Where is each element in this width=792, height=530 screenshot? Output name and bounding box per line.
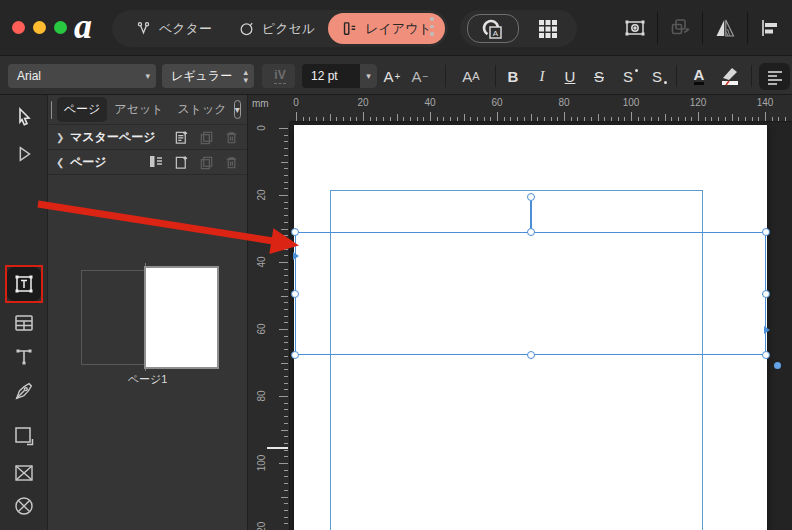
ruler-tick bbox=[284, 403, 288, 404]
resize-handle-bottom-center[interactable] bbox=[527, 351, 535, 359]
artistic-text-tool[interactable] bbox=[7, 340, 41, 374]
selection-tool[interactable] bbox=[7, 137, 41, 171]
text-flow-in-handle[interactable] bbox=[293, 252, 299, 260]
underline-button[interactable]: U bbox=[557, 64, 583, 88]
tab-stock[interactable]: ストック bbox=[170, 97, 233, 122]
delete-page-button[interactable] bbox=[223, 154, 239, 170]
text-flow-out-handle[interactable] bbox=[764, 326, 770, 334]
ruler-tick bbox=[658, 117, 659, 121]
rectangle-tool[interactable] bbox=[7, 419, 41, 453]
superscript-button[interactable]: S bbox=[615, 64, 641, 88]
add-page-button[interactable] bbox=[173, 154, 189, 170]
ruler-unit-corner[interactable]: mm bbox=[248, 95, 290, 122]
ruler-tick bbox=[350, 117, 351, 121]
ruler-label: 120 bbox=[690, 97, 707, 108]
bold-button[interactable]: B bbox=[500, 64, 526, 88]
panel-menu-button[interactable]: ▾ bbox=[234, 100, 241, 119]
italic-label: I bbox=[540, 68, 545, 85]
duplicate-master-button[interactable] bbox=[198, 129, 214, 145]
ruler-tick bbox=[745, 117, 746, 121]
contour-text-toggle[interactable]: A bbox=[467, 14, 519, 43]
ruler-tick bbox=[281, 363, 288, 364]
delete-master-button[interactable] bbox=[223, 129, 239, 145]
font-color-button[interactable]: A bbox=[686, 64, 712, 88]
ruler-tick bbox=[497, 112, 498, 121]
subscript-button[interactable]: S bbox=[644, 64, 670, 88]
pen-tool[interactable] bbox=[7, 374, 41, 408]
increase-size-button[interactable]: A+ bbox=[379, 64, 405, 88]
ruler-label: 20 bbox=[357, 97, 368, 108]
horizontal-ruler[interactable]: 020406080100120140 bbox=[248, 95, 792, 122]
paragraph-alignment-button[interactable] bbox=[759, 63, 790, 90]
pages-panel: ページ アセット ストック ▾ ❯ マスターページ bbox=[48, 95, 248, 530]
ruler-tick bbox=[284, 282, 288, 283]
ruler-tick bbox=[284, 249, 288, 250]
add-master-button[interactable] bbox=[173, 129, 189, 145]
resize-handle-middle-left[interactable] bbox=[291, 290, 299, 298]
font-style-select[interactable]: レギュラー ▴▾ bbox=[162, 64, 254, 88]
ruler-tick bbox=[284, 141, 288, 142]
duplicate-transform-button[interactable] bbox=[667, 12, 693, 44]
italic-button[interactable]: I bbox=[529, 64, 555, 88]
preview-button[interactable] bbox=[622, 12, 648, 44]
flip-button[interactable] bbox=[712, 12, 738, 44]
add-page-icon bbox=[174, 130, 189, 145]
ruler-tick bbox=[477, 117, 478, 121]
duplicate-page-button[interactable] bbox=[198, 154, 214, 170]
resize-handle-bottom-right[interactable] bbox=[762, 351, 770, 359]
grid-toggle[interactable] bbox=[526, 14, 570, 43]
resize-handle-top-right[interactable] bbox=[762, 228, 770, 236]
font-size-select[interactable]: 12 pt ▾ bbox=[302, 64, 377, 88]
resize-handle-top-left[interactable] bbox=[291, 228, 299, 236]
ellipse-frame-tool[interactable] bbox=[7, 489, 41, 523]
capitalization-button[interactable]: AA bbox=[455, 64, 487, 88]
chevron-down-icon[interactable]: ❮ bbox=[56, 157, 65, 168]
chevron-right-icon[interactable]: ❯ bbox=[56, 132, 65, 143]
ruler-tick bbox=[604, 117, 605, 121]
tab-assets[interactable]: アセット bbox=[107, 97, 170, 122]
duplicate-icon bbox=[199, 155, 214, 170]
document-viewport[interactable] bbox=[290, 122, 792, 530]
minimize-button[interactable] bbox=[33, 21, 46, 34]
persona-pixel[interactable]: ピクセル bbox=[225, 13, 328, 44]
resize-handle-top-center[interactable] bbox=[527, 228, 535, 236]
ruler-label: 80 bbox=[558, 97, 569, 108]
rectangle-frame-tool[interactable] bbox=[7, 456, 41, 490]
vertical-ruler[interactable]: 020406080100120 bbox=[248, 122, 290, 530]
alignment-button[interactable] bbox=[757, 12, 783, 44]
decrease-size-button[interactable]: A− bbox=[407, 64, 433, 88]
zoom-button[interactable] bbox=[54, 21, 67, 34]
tab-pages[interactable]: ページ bbox=[57, 97, 108, 122]
ruler-tick bbox=[370, 117, 371, 121]
ruler-tick bbox=[470, 117, 471, 121]
persona-vector[interactable]: ベクター bbox=[122, 13, 225, 44]
selected-text-frame[interactable] bbox=[295, 232, 766, 355]
resize-handle-middle-right[interactable] bbox=[762, 290, 770, 298]
ruler-tick bbox=[284, 235, 288, 236]
strikethrough-button[interactable]: S bbox=[586, 64, 612, 88]
section-manager-button[interactable] bbox=[148, 154, 164, 170]
ruler-tick bbox=[303, 117, 304, 121]
page-1-thumbnail[interactable] bbox=[146, 268, 217, 367]
table-tool[interactable] bbox=[7, 306, 41, 340]
persona-pixel-label: ピクセル bbox=[262, 20, 315, 38]
ruler-tick bbox=[343, 117, 344, 121]
place-image-tool[interactable] bbox=[7, 522, 41, 530]
close-button[interactable] bbox=[12, 21, 25, 34]
highlight-color-button[interactable] bbox=[717, 64, 743, 88]
panel-grip-handle[interactable] bbox=[51, 101, 52, 119]
ruler-tick bbox=[284, 423, 288, 424]
ruler-tick bbox=[397, 114, 398, 121]
move-tool[interactable] bbox=[7, 100, 41, 134]
more-options-button[interactable] bbox=[425, 17, 439, 36]
ruler-tick bbox=[464, 114, 465, 121]
ruler-tick bbox=[551, 117, 552, 121]
resize-handle-bottom-left[interactable] bbox=[291, 351, 299, 359]
ruler-tick bbox=[284, 443, 288, 444]
font-family-select[interactable]: Arial ▾ bbox=[8, 64, 156, 88]
ruler-tick bbox=[284, 269, 288, 270]
ruler-tick bbox=[284, 476, 288, 477]
master-pages-section-header[interactable]: ❯ マスターページ bbox=[48, 125, 247, 150]
pages-section-header[interactable]: ❮ ページ bbox=[48, 150, 247, 175]
rotation-handle[interactable] bbox=[527, 193, 535, 201]
